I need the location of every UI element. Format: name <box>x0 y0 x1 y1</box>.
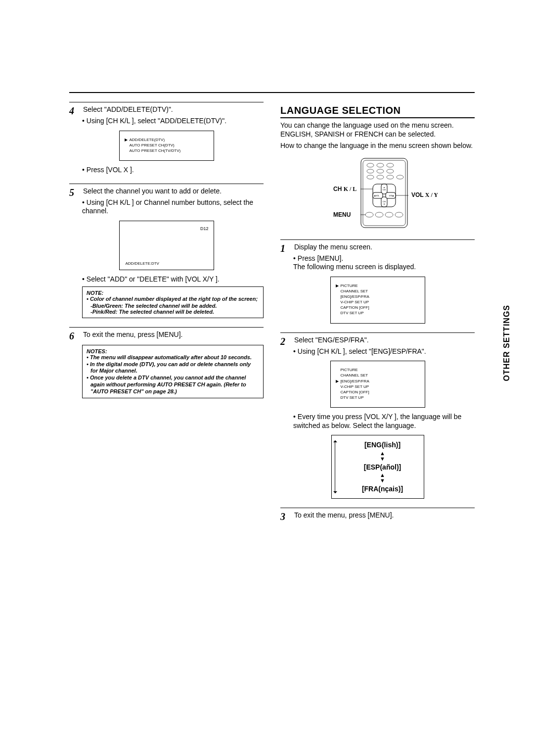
step-bullet: • Press [MENU]. <box>293 254 475 263</box>
step-number: 3 <box>280 511 289 522</box>
lang-option: [ESP(añol)] <box>346 462 420 472</box>
pointer-icon: ▶ <box>125 137 130 142</box>
left-column: 4 Select "ADD/DELETE(DTV)". • Using [CH … <box>69 93 264 522</box>
remote-control-illustration: 4 5 6 7 8 9 0 +100 CHANNEL RETURN <box>304 156 452 231</box>
menu-line: DTV SET UP <box>341 311 364 315</box>
svg-text:VOL▶: VOL▶ <box>389 194 395 197</box>
intro-text-2: How to change the language in the menu s… <box>280 142 475 150</box>
press-vol: • Press [VOL X ]. <box>82 166 264 175</box>
menu-diagram: ▶PICTURE CHANNEL SET [ENG]/ESP/FRA V-CHI… <box>330 277 425 324</box>
step-text: To exit the menu, press [MENU]. <box>83 331 241 339</box>
rule <box>69 102 264 102</box>
svg-text:MENU: MENU <box>366 214 372 216</box>
pointer-icon: ▶ <box>336 283 341 288</box>
svg-text:▼: ▼ <box>383 203 385 205</box>
note-sub: -Pink/Red: The selected channel will be … <box>87 309 259 315</box>
channel-number: D12 <box>125 226 209 231</box>
note-box: NOTE: Color of channel number displayed … <box>82 286 264 318</box>
svg-text:9: 9 <box>389 170 391 173</box>
menu-line: CHANNEL SET <box>341 373 368 378</box>
step-number: 5 <box>69 187 78 198</box>
notes-box: NOTES: The menu will disappear automatic… <box>82 345 264 399</box>
updown-arrow-icon: ▲▼ <box>346 451 420 462</box>
menu-line: CAPTION [OFF] <box>341 390 369 394</box>
svg-text:5: 5 <box>379 164 381 167</box>
rule <box>280 239 475 240</box>
menu-label: MENU <box>333 211 351 218</box>
select-add-delete: • Select "ADD" or "DELETE" with [VOL X/Y… <box>82 275 264 284</box>
adddelete-label: ADD/DELETE:DTV <box>126 261 159 266</box>
step-text: Select "ADD/DELETE(DTV)". <box>83 105 241 114</box>
step-6: 6 To exit the menu, press [MENU]. NOTES:… <box>69 331 264 399</box>
step-3: 3 To exit the menu, press [MENU]. <box>280 511 475 522</box>
menu-line: DTV SET UP <box>341 395 364 400</box>
intro-text: You can change the language used on the … <box>280 121 475 139</box>
svg-point-19 <box>397 175 403 179</box>
step-5: 5 Select the channel you want to add or … <box>69 187 264 318</box>
svg-point-35 <box>375 212 383 217</box>
menu-line: CAPTION [OFF] <box>341 305 369 310</box>
svg-text:CH: CH <box>383 189 386 191</box>
manual-page: 4 Select "ADD/DELETE(DTV)". • Using [CH … <box>0 92 534 756</box>
note-sub: -Blue/Green: The selected channel will b… <box>87 303 259 309</box>
bullet-text: Using [CH K/L ], select "[ENG]/ESP/FRA". <box>298 347 426 355</box>
rule <box>69 184 264 184</box>
note-title: NOTE: <box>87 290 259 296</box>
menu-line: PICTURE <box>341 368 358 372</box>
sel-text: Select "ADD" or "DELETE" with [VOL X/Y ]… <box>87 275 220 283</box>
note-item: Color of channel number displayed at the… <box>87 296 259 303</box>
step-bullet: • Using [CH K/L ], select "ADD/DELETE(DT… <box>82 117 264 126</box>
menu-line: AUTO PRESET CH(TV/DTV) <box>130 148 181 153</box>
section-title: LANGUAGE SELECTION <box>280 105 475 116</box>
lang-option: [FRA(nçais)] <box>346 483 420 494</box>
columns: 4 Select "ADD/DELETE(DTV)". • Using [CH … <box>69 93 475 522</box>
menu-diagram: ▶ADD/DELETE(DTV) AUTO PRESET CH(DTV) AUT… <box>119 131 214 161</box>
note-item: In the digital mode (DTV), you can add o… <box>87 361 259 375</box>
note-item: Once you delete a DTV channel, you canno… <box>87 375 259 395</box>
pointer-icon: ▶ <box>336 378 341 384</box>
menu-line: CHANNEL SET <box>341 289 368 293</box>
vol-label: VOL X / Y <box>411 191 438 198</box>
svg-text:8: 8 <box>379 170 381 173</box>
step-2: 2 Select "ENG/ESP/FRA". • Using [CH K/L … <box>280 336 475 499</box>
right-column: LANGUAGE SELECTION You can change the la… <box>280 93 475 522</box>
step-1: 1 Display the menu screen. • Press [MENU… <box>280 243 475 324</box>
language-cycle-diagram: [ENG(lish)] ▲▼ [ESP(añol)] ▲▼ [FRA(nçais… <box>331 435 424 499</box>
bullet-text: Using [CH K/L ] or Channel number button… <box>82 198 253 215</box>
rule <box>280 332 475 333</box>
svg-text:6: 6 <box>389 164 391 167</box>
press-text: Press [VOL X ]. <box>87 166 134 174</box>
notes-title: NOTES: <box>87 348 259 354</box>
step-text: Select "ENG/ESP/FRA". <box>294 336 452 345</box>
menu-line: [ENG]/ESP/FRA <box>341 294 369 299</box>
svg-text:7: 7 <box>369 170 371 173</box>
bullet-text: Using [CH K/L ], select "ADD/DELETE(DTV)… <box>87 117 226 125</box>
step-number: 6 <box>69 331 78 342</box>
svg-text:+100: +100 <box>388 176 393 179</box>
svg-point-14 <box>367 175 374 179</box>
svg-text:4: 4 <box>369 164 371 167</box>
step-bullet: • Using [CH K/L ], select "[ENG]/ESP/FRA… <box>293 347 475 356</box>
every-time-press: • Every time you press [VOL X/Y ], the l… <box>293 413 475 430</box>
step-text: Display the menu screen. <box>294 243 452 252</box>
lang-option: [ENG(lish)] <box>346 439 420 450</box>
svg-text:MUTE: MUTE <box>396 214 402 216</box>
channel-diagram: D12 ADD/DELETE:DTV <box>119 221 214 270</box>
updown-arrow-icon: ▲▼ <box>346 472 420 483</box>
svg-text:SELECT: SELECT <box>375 220 383 222</box>
step-sub: The following menu screen is displayed. <box>293 263 475 272</box>
menu-line: V-CHIP SET UP <box>341 384 369 389</box>
menu-line: ADD/DELETE(DTV) <box>130 138 165 142</box>
menu-line: [ENG]/ESP/FRA <box>341 379 369 383</box>
svg-text:0: 0 <box>379 176 381 179</box>
step-number: 4 <box>69 105 78 117</box>
step-text: Select the channel you want to add or de… <box>83 187 241 196</box>
note-item: The menu will disappear automatically af… <box>87 354 259 361</box>
bullet-text: Press [MENU]. <box>298 254 344 262</box>
menu-diagram: PICTURE CHANNEL SET ▶[ENG]/ESP/FRA V-CHI… <box>330 361 425 408</box>
step-number: 1 <box>280 243 289 254</box>
svg-text:RETURN: RETURN <box>396 173 404 175</box>
step-4: 4 Select "ADD/DELETE(DTV)". • Using [CH … <box>69 105 264 175</box>
side-tab: OTHER SETTINGS <box>502 305 511 381</box>
step-number: 2 <box>280 336 289 347</box>
